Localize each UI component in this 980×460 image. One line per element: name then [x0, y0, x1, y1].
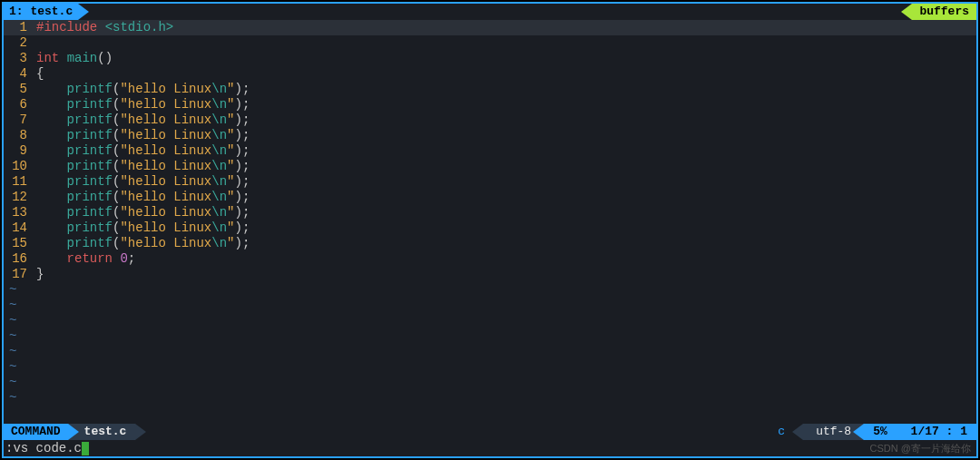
watermark-text: CSDN @寄一片海给你 [870, 440, 976, 456]
empty-line-tilde: ~ [4, 375, 976, 390]
line-content: } [31, 267, 44, 282]
code-line[interactable]: 16 return 0; [4, 251, 976, 267]
command-line[interactable]: :vs code.c CSDN @寄一片海给你 [4, 440, 976, 456]
code-line[interactable]: 4{ [4, 66, 976, 82]
code-line[interactable]: 17} [4, 267, 976, 282]
line-number: 11 [4, 174, 31, 190]
code-line[interactable]: 2 [4, 35, 976, 51]
line-content: printf("hello Linux\n"); [31, 236, 250, 251]
line-number: 1 [4, 20, 31, 35]
empty-line-tilde: ~ [4, 298, 976, 313]
line-number: 14 [4, 220, 31, 236]
code-line[interactable]: 6 printf("hello Linux\n"); [4, 97, 976, 113]
line-number: 3 [4, 51, 31, 66]
top-tab-bar: 1: test.c buffers [4, 4, 976, 20]
code-line[interactable]: 14 printf("hello Linux\n"); [4, 220, 976, 236]
buffer-tab[interactable]: 1: test.c [4, 4, 78, 20]
line-content: printf("hello Linux\n"); [31, 128, 250, 143]
code-line[interactable]: 11 printf("hello Linux\n"); [4, 174, 976, 190]
line-content: return 0; [31, 251, 135, 267]
percent-text: 5% [873, 425, 887, 438]
code-line[interactable]: 8 printf("hello Linux\n"); [4, 128, 976, 143]
line-content: printf("hello Linux\n"); [31, 174, 250, 190]
line-content: printf("hello Linux\n"); [31, 159, 250, 174]
empty-line-tilde: ~ [4, 313, 976, 328]
encoding-segment: utf-8 [803, 424, 864, 440]
code-editor-area[interactable]: 1#include <stdio.h>23int main()4{5 print… [4, 20, 976, 424]
buffers-indicator[interactable]: buffers [912, 4, 976, 20]
line-content: printf("hello Linux\n"); [31, 82, 250, 97]
line-number: 4 [4, 66, 31, 82]
line-number: 7 [4, 113, 31, 128]
empty-line-tilde: ~ [4, 390, 976, 406]
code-line[interactable]: 3int main() [4, 51, 976, 66]
line-content: printf("hello Linux\n"); [31, 113, 250, 128]
line-number: 17 [4, 267, 31, 282]
position-text: 1/17 : 1 [911, 425, 967, 438]
line-number: 5 [4, 82, 31, 97]
cursor-icon [82, 442, 89, 455]
empty-line-tilde: ~ [4, 344, 976, 359]
vim-editor: 1: test.c buffers 1#include <stdio.h>23i… [2, 2, 978, 458]
code-line[interactable]: 7 printf("hello Linux\n"); [4, 113, 976, 128]
status-bar: COMMAND test.c c utf-8 5% 1/17 : 1 [4, 424, 976, 440]
code-line[interactable]: 13 printf("hello Linux\n"); [4, 205, 976, 220]
line-content: printf("hello Linux\n"); [31, 143, 250, 159]
command-text: :vs code.c [5, 441, 82, 455]
empty-line-tilde: ~ [4, 328, 976, 344]
line-number: 10 [4, 159, 31, 174]
code-line[interactable]: 10 printf("hello Linux\n"); [4, 159, 976, 174]
code-line[interactable]: 5 printf("hello Linux\n"); [4, 82, 976, 97]
line-number: 16 [4, 251, 31, 267]
status-spacer [135, 424, 760, 440]
line-content: int main() [31, 51, 113, 66]
line-number: 9 [4, 143, 31, 159]
code-line[interactable]: 12 printf("hello Linux\n"); [4, 190, 976, 205]
line-content: printf("hello Linux\n"); [31, 220, 250, 236]
mode-indicator: COMMAND [4, 424, 68, 440]
line-number: 8 [4, 128, 31, 143]
line-content: printf("hello Linux\n"); [31, 205, 250, 220]
empty-line-tilde: ~ [4, 282, 976, 298]
line-content: printf("hello Linux\n"); [31, 190, 250, 205]
line-number: 12 [4, 190, 31, 205]
code-line[interactable]: 15 printf("hello Linux\n"); [4, 236, 976, 251]
line-content [31, 35, 36, 51]
line-number: 15 [4, 236, 31, 251]
line-number: 6 [4, 97, 31, 113]
code-line[interactable]: 1#include <stdio.h> [4, 20, 976, 35]
line-number: 13 [4, 205, 31, 220]
empty-line-tilde: ~ [4, 359, 976, 375]
line-number: 2 [4, 35, 31, 51]
position-segment: 5% 1/17 : 1 [864, 424, 976, 440]
code-line[interactable]: 9 printf("hello Linux\n"); [4, 143, 976, 159]
line-content: printf("hello Linux\n"); [31, 97, 250, 113]
line-content: #include <stdio.h> [31, 20, 173, 35]
line-content: { [31, 66, 44, 82]
